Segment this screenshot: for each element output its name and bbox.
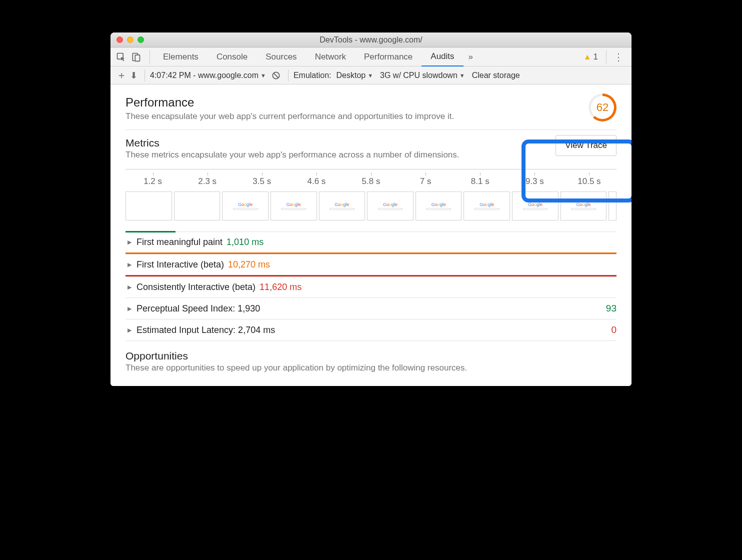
metric-score: 0 [611, 324, 616, 336]
warning-icon: ▲ [584, 52, 592, 62]
disclosure-triangle-icon: ▶ [128, 262, 132, 268]
opportunities-title: Opportunities [126, 350, 616, 362]
performance-title: Performance [126, 96, 578, 110]
new-audit-button[interactable]: ＋ [116, 68, 128, 82]
metric-score: 93 [606, 303, 616, 314]
titlebar: DevTools - www.google.com/ [110, 32, 632, 48]
audit-report: Performance These encapsulate your web a… [110, 84, 632, 386]
caret-down-icon: ▼ [460, 72, 465, 78]
device-dropdown[interactable]: Desktop ▼ [336, 71, 373, 80]
disclosure-triangle-icon: ▶ [128, 284, 132, 290]
filmstrip-frame [126, 192, 172, 220]
metric-row-psi[interactable]: ▶ Perceptual Speed Index: 1,930 93 [126, 298, 616, 319]
metrics-subtitle: These metrics encapsulate your web app's… [126, 150, 556, 160]
tab-elements[interactable]: Elements [154, 48, 208, 66]
caret-down-icon: ▼ [368, 72, 373, 78]
tick: 10.5 s [562, 176, 616, 186]
caret-down-icon: ▼ [260, 72, 266, 78]
tab-console[interactable]: Console [208, 48, 256, 66]
filmstrip-ticks: 1.2 s 2.3 s 3.5 s 4.6 s 5.8 s 7 s 8.1 s … [126, 176, 616, 186]
tick: 4.6 s [289, 176, 344, 186]
clear-icon[interactable] [271, 70, 283, 80]
disclosure-triangle-icon: ▶ [128, 239, 132, 246]
warnings-badge[interactable]: ▲ 1 [584, 52, 598, 62]
tab-audits[interactable]: Audits [422, 48, 463, 66]
tabs-overflow[interactable]: » [464, 48, 478, 66]
more-menu-icon[interactable]: ⋮ [610, 51, 626, 63]
devtools-window: DevTools - www.google.com/ Elements Cons… [110, 32, 632, 386]
svg-rect-2 [135, 54, 140, 61]
tick: 5.8 s [344, 176, 398, 186]
tick: 8.1 s [453, 176, 508, 186]
metrics-title: Metrics [126, 137, 556, 149]
audits-toolbar: ＋ ⬇ 4:07:42 PM - www.google.com ▼ Emulat… [110, 66, 632, 84]
warning-count: 1 [594, 52, 598, 62]
metric-list: ▶ First meaningful paint 1,010 ms ▶ Firs… [126, 232, 616, 341]
emulation-label: Emulation: [294, 71, 332, 80]
tick: 7 s [398, 176, 453, 186]
opportunities-subtitle: These are opportunities to speed up your… [126, 363, 616, 373]
metric-row-fmp[interactable]: ▶ First meaningful paint 1,010 ms [126, 232, 616, 252]
performance-score-ring: 62 [588, 94, 616, 122]
tick: 3.5 s [234, 176, 289, 186]
metric-row-first-interactive[interactable]: ▶ First Interactive (beta) 10,270 ms [126, 254, 616, 275]
tab-performance[interactable]: Performance [355, 48, 422, 66]
metric-row-consistently-interactive[interactable]: ▶ Consistently Interactive (beta) 11,620… [126, 276, 616, 298]
device-toolbar-icon[interactable] [130, 52, 142, 62]
disclosure-triangle-icon: ▶ [128, 306, 132, 312]
tab-sources[interactable]: Sources [256, 48, 306, 66]
performance-score: 62 [596, 101, 608, 114]
view-trace-button[interactable]: View Trace [556, 135, 616, 156]
tick: 2.3 s [180, 176, 234, 186]
filmstrip-frame: Google [222, 192, 268, 220]
filmstrip-frame: Google [270, 192, 317, 220]
opportunities-section: Opportunities These are opportunities to… [110, 341, 632, 386]
tab-network[interactable]: Network [306, 48, 355, 66]
filmstrip-frame [174, 192, 220, 220]
devtools-tabs: Elements Console Sources Network Perform… [110, 48, 632, 66]
inspect-element-icon[interactable] [116, 52, 126, 62]
performance-section: Performance These encapsulate your web a… [110, 84, 632, 341]
metric-row-eil[interactable]: ▶ Estimated Input Latency: 2,704 ms 0 [126, 319, 616, 341]
report-selector[interactable]: 4:07:42 PM - www.google.com ▼ [150, 71, 266, 80]
metrics-header: Metrics These metrics encapsulate your w… [126, 137, 616, 160]
window-title: DevTools - www.google.com/ [110, 36, 632, 44]
download-report-button[interactable]: ⬇ [128, 70, 140, 81]
filmstrip-frame: Google [560, 192, 607, 220]
tick: 9.3 s [508, 176, 562, 186]
performance-subtitle: These encapsulate your web app's current… [126, 112, 578, 122]
filmstrip-frame [608, 192, 616, 220]
clear-storage-option[interactable]: Clear storage [472, 71, 520, 80]
filmstrip-frame: Google [319, 192, 366, 220]
report-selector-label: 4:07:42 PM - www.google.com [150, 71, 258, 80]
throttle-dropdown[interactable]: 3G w/ CPU slowdown ▼ [380, 71, 465, 80]
filmstrip-frame: Google [464, 192, 510, 220]
filmstrip-frame: Google [416, 192, 462, 220]
filmstrip-frame: Google [367, 192, 414, 220]
metric-bar [126, 231, 176, 232]
filmstrip-frame: Google [512, 192, 558, 220]
tick: 1.2 s [126, 176, 180, 186]
disclosure-triangle-icon: ▶ [128, 327, 132, 334]
filmstrip: Google Google Google Google Google Googl… [126, 192, 616, 220]
